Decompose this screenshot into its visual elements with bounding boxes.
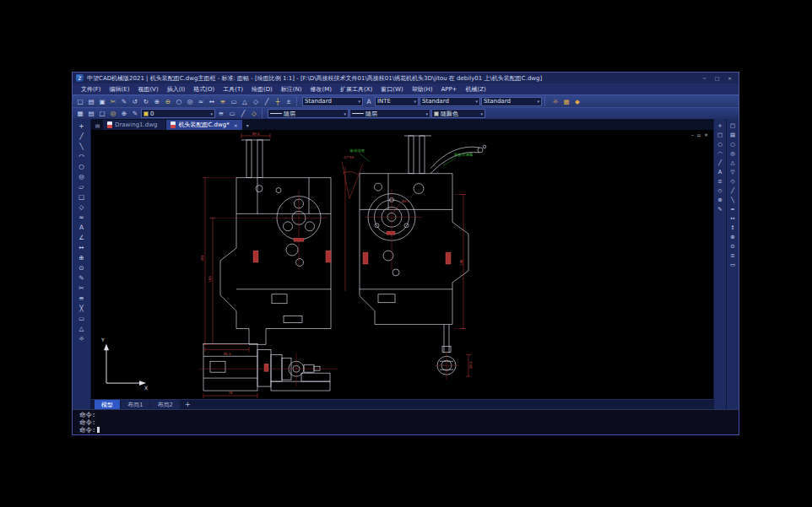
menu-item[interactable]: 文件(F) xyxy=(77,84,106,94)
toolbar-button-icon[interactable]: ⊕ xyxy=(152,96,162,106)
command-line-area[interactable]: 命令: 命令: 命令: xyxy=(73,409,739,434)
tool-icon[interactable]: ⊙ xyxy=(728,241,738,251)
draw-tool-icon[interactable]: ≡ xyxy=(76,293,87,303)
lineweight-combo[interactable]: 随层 ▾ xyxy=(349,109,430,118)
draw-tool-icon[interactable]: ╲ xyxy=(76,141,87,151)
draw-tool-icon[interactable]: ▱ xyxy=(76,181,87,191)
draw-tool-icon[interactable]: ✂ xyxy=(76,283,87,293)
text-style-combo[interactable]: INTE ▾ xyxy=(375,97,419,106)
toolbar-button-icon[interactable]: ⊖ xyxy=(163,96,173,106)
tool-icon[interactable]: ◠ xyxy=(716,148,725,158)
mdi-restore-button[interactable]: ▫ xyxy=(697,132,701,138)
tool-icon[interactable]: ▭ xyxy=(728,260,738,269)
dim-style-combo[interactable]: Standard ▾ xyxy=(420,97,480,106)
toolbar-button-icon[interactable]: ◎ xyxy=(185,96,195,106)
draw-tool-icon[interactable]: □ xyxy=(76,191,87,202)
toolbar-button-icon[interactable]: ┼ xyxy=(273,96,283,106)
toolbar-button-icon[interactable]: ✎ xyxy=(119,96,129,106)
toolbar-button-icon[interactable]: △ xyxy=(240,96,250,106)
tool-icon[interactable]: ◇ xyxy=(716,186,725,195)
layout-tab[interactable]: 布局2 xyxy=(150,400,179,409)
drawing-canvas[interactable]: – ▫ × xyxy=(91,130,713,399)
tool-icon[interactable]: ≡ xyxy=(716,176,725,186)
toolbar-button-icon[interactable]: ☼ xyxy=(550,96,560,106)
menu-item[interactable]: 帮助(H) xyxy=(408,84,437,94)
toolbar-button-icon[interactable]: ▣ xyxy=(97,96,107,106)
toolbar-button-icon[interactable]: ▦ xyxy=(75,109,85,119)
text-style-icon[interactable]: A xyxy=(364,96,374,106)
tool-icon[interactable]: □ xyxy=(728,121,738,130)
menu-item[interactable]: 修改(M) xyxy=(306,84,336,94)
tool-icon[interactable]: + xyxy=(716,121,725,130)
linetype-combo[interactable]: 随层 ▾ xyxy=(268,109,349,118)
tool-icon[interactable]: ↕ xyxy=(728,223,738,232)
tool-icon[interactable]: ╱ xyxy=(728,186,738,195)
mdi-close-button[interactable]: × xyxy=(704,132,708,138)
layout-tab[interactable]: 布局1 xyxy=(121,400,149,409)
draw-tool-icon[interactable]: ✎ xyxy=(76,272,87,283)
toolbar-button-icon[interactable]: □ xyxy=(75,96,85,106)
menu-item[interactable]: 视图(V) xyxy=(133,84,162,94)
tool-icon[interactable]: ⊕ xyxy=(728,232,738,241)
toolbar-button-icon[interactable]: ≡ xyxy=(218,96,228,106)
draw-tool-icon[interactable]: ○ xyxy=(76,161,87,171)
tool-icon[interactable]: △ xyxy=(728,158,738,167)
toolbar-button-icon[interactable]: ↺ xyxy=(130,96,140,106)
draw-tool-icon[interactable]: ☼ xyxy=(76,333,87,343)
tool-icon[interactable]: ◇ xyxy=(728,176,738,186)
draw-tool-icon[interactable]: ↔ xyxy=(76,242,87,252)
style-combo[interactable]: Standard ▾ xyxy=(302,97,363,106)
draw-tool-icon[interactable]: ◠ xyxy=(76,151,87,161)
tool-icon[interactable]: ✎ xyxy=(716,204,725,213)
tool-icon[interactable]: ○ xyxy=(728,139,738,148)
draw-tool-icon[interactable]: ⊕ xyxy=(76,252,87,262)
toolbar-button-icon[interactable]: ▦ xyxy=(561,96,571,106)
color-combo[interactable]: 随颜色 ▾ xyxy=(431,109,485,118)
draw-tool-icon[interactable]: ◎ xyxy=(76,171,87,181)
tab-close-icon[interactable]: × xyxy=(234,122,238,128)
draw-tool-icon[interactable]: ◇ xyxy=(76,202,87,212)
add-layout-button[interactable]: + xyxy=(181,401,195,408)
toolbar-button-icon[interactable]: ⊕ xyxy=(119,109,129,119)
toolbar-button-icon[interactable]: ✎ xyxy=(130,109,140,119)
toolbar-button-icon[interactable]: ◇ xyxy=(249,109,259,119)
tool-icon[interactable]: A xyxy=(716,167,725,176)
toolbar-button-icon[interactable]: ↻ xyxy=(141,96,151,106)
maximize-button[interactable]: □ xyxy=(712,74,723,83)
menu-item[interactable]: APP+ xyxy=(436,84,461,94)
toolbar-button-icon[interactable]: ± xyxy=(284,96,294,106)
toolbar-button-icon[interactable]: ▤ xyxy=(86,96,96,106)
toolbar-button-icon[interactable]: ≈ xyxy=(196,96,206,106)
tab-menu-icon[interactable]: ▾ xyxy=(243,121,252,130)
tool-icon[interactable]: ≈ xyxy=(728,204,738,213)
close-button[interactable]: × xyxy=(724,74,735,83)
tool-icon[interactable]: □ xyxy=(716,130,725,139)
menu-item[interactable]: 绘图(D) xyxy=(247,84,277,94)
toolbar-button-icon[interactable]: □ xyxy=(97,109,107,119)
tool-icon[interactable]: ╱ xyxy=(716,158,725,167)
layer-combo[interactable]: 0 ▾ xyxy=(141,109,215,118)
draw-tool-icon[interactable]: ⊙ xyxy=(76,262,87,272)
toolbar-button-icon[interactable]: ▭ xyxy=(229,96,239,106)
command-input-line[interactable]: 命令: xyxy=(79,426,735,434)
menu-item[interactable]: 机械(Z) xyxy=(462,84,490,94)
draw-tool-icon[interactable]: ▭ xyxy=(76,313,87,323)
toolbar-button-icon[interactable]: ╱ xyxy=(262,96,272,106)
draw-tool-icon[interactable]: ╱ xyxy=(76,131,87,141)
document-tab[interactable]: Drawing1.dwg xyxy=(103,120,165,130)
menu-item[interactable]: 格式(O) xyxy=(189,84,219,94)
draw-tool-icon[interactable]: ╳ xyxy=(76,303,87,313)
draw-tool-icon[interactable]: ∠ xyxy=(76,232,87,242)
tool-icon[interactable]: ⊕ xyxy=(716,195,725,204)
document-tab[interactable]: 机头装配图C.dwg* × xyxy=(166,120,241,130)
layout-tab[interactable]: 模型 xyxy=(95,400,120,409)
tool-icon[interactable]: ◎ xyxy=(728,148,738,158)
tool-icon[interactable]: ○ xyxy=(716,139,725,148)
menu-item[interactable]: 工具(T) xyxy=(219,84,247,94)
tool-icon[interactable]: ↔ xyxy=(728,213,738,223)
menu-item[interactable]: 窗口(W) xyxy=(376,84,407,94)
toolbar-button-icon[interactable]: ○ xyxy=(174,96,184,106)
tool-icon[interactable]: ╲ xyxy=(728,195,738,204)
draw-tool-icon[interactable]: △ xyxy=(76,323,87,333)
tool-icon[interactable]: ▤ xyxy=(728,130,738,139)
